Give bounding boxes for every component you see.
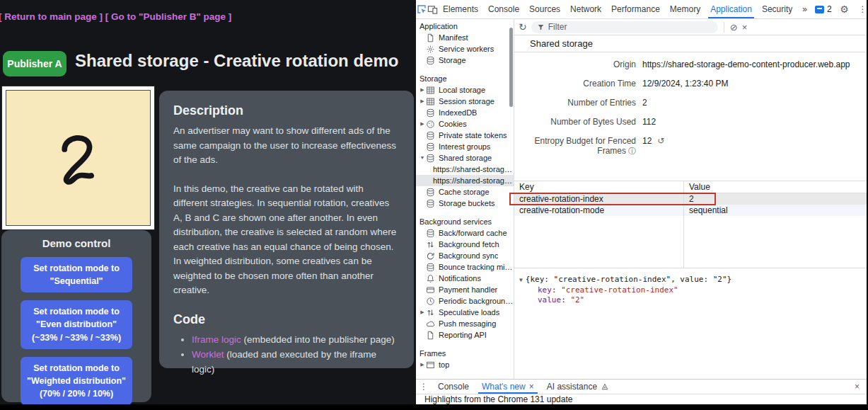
chevron-right-icon[interactable]: ▶ [419,84,426,96]
sidebar-item-label: Session storage [439,96,494,107]
tab-memory[interactable]: Memory [665,0,705,18]
table-row[interactable]: creative-rotation-index2 [514,193,867,205]
sidebar-item-label: https://shared-storage… [433,164,514,175]
code-link-worklet[interactable]: Worklet [192,349,224,360]
description-paragraph-2: In this demo, the creative can be rotate… [173,182,400,298]
sidebar-item-manifest[interactable]: Manifest [416,32,514,43]
tab-elements[interactable]: Elements [438,0,483,18]
bottom-black-strip [0,404,868,410]
preview-entry-line: key: "creative-rotation-index" [519,285,867,295]
chevron-down-icon[interactable]: ▼ [419,152,426,164]
sidebar-item-service-workers[interactable]: Service workers [416,43,514,55]
sidebar-item-storage-buckets[interactable]: Storage buckets [416,198,514,209]
report-field-row: Number of Bytes Used112 [514,117,867,127]
sidebar-item-interest-groups[interactable]: Interest groups [416,141,514,152]
sidebar-scrollbar-thumb[interactable] [509,28,513,107]
whats-new-content[interactable]: Highlights from the Chrome 131 update [416,394,867,405]
drawer-close-icon[interactable]: × [847,380,867,394]
report-field-value-text: 112 [642,117,656,127]
sidebar-item-label: Interest groups [439,141,490,152]
info-icon[interactable]: ⓘ [628,147,636,155]
settings-gear-icon[interactable]: ⚙ [836,4,853,15]
drawer-menu-kebab-icon[interactable]: ⋮ [416,380,432,394]
issues-counter[interactable]: 2 [812,4,835,14]
set-rotation-mode-button-2[interactable]: Set rotation mode to "Weighted distribut… [21,357,132,405]
sidebar-item-shared-storage[interactable]: ▼Shared storage [416,152,514,164]
sidebar-item-indexeddb[interactable]: IndexedDB [416,107,514,118]
sidebar-section-header: Background services [416,216,514,227]
sidebar-item-label: Background fetch [439,239,499,250]
tab-network[interactable]: Network [565,0,606,18]
sidebar-item-push-messaging[interactable]: Push messaging [416,318,514,329]
publisher-b-link[interactable]: [ Go to "Publisher B" page ] [105,11,232,22]
sidebar-item-label: Notifications [439,273,481,284]
sidebar-item-back-forward-cache[interactable]: Back/forward cache [416,227,514,239]
delete-selected-icon[interactable]: × [742,23,748,32]
sidebar-item-background-sync[interactable]: Background sync [416,250,514,261]
sidebar-item-cache-storage[interactable]: Cache storage [416,186,514,198]
sidebar-item-session-storage[interactable]: ▶Session storage [416,96,514,107]
report-field-label: Number of Bytes Used [514,117,636,127]
sidebar-item-storage[interactable]: Storage [416,55,514,66]
report-field-value-text: https://shared-storage-demo-content-prod… [642,59,850,69]
sidebar-item-local-storage[interactable]: ▶Local storage [416,84,514,96]
sidebar-item-label: Bounce tracking miti… [439,261,514,273]
sidebar-item-label: Background sync [439,250,498,261]
sidebar-item-notifications[interactable]: Notifications [416,273,514,284]
devtools-drawer: ⋮ ConsoleWhat's new×AI assistance × High… [416,379,867,405]
sidebar-item-label: Reporting API [439,329,487,341]
clear-all-icon[interactable]: ⊘ [730,23,738,32]
chevron-right-icon[interactable]: ▶ [419,307,426,318]
chevron-right-icon[interactable]: ▶ [419,118,426,130]
sidebar-item-top[interactable]: ▶top [416,359,514,370]
device-toolbar-icon[interactable] [427,0,438,18]
reset-budget-icon[interactable]: ↺ [657,136,664,146]
payment-icon [426,285,435,295]
tab-sources[interactable]: Sources [524,0,565,18]
table-cell-key: creative-rotation-mode [514,205,683,216]
drawer-tab-what-s-new[interactable]: What's new× [475,380,540,394]
preview-summary-line[interactable]: ▼{key: "creative-rotation-index", value:… [519,275,867,285]
cloud-icon [426,319,435,329]
table-cell-value: sequential [683,205,867,216]
sidebar-item-periodic-backgroun[interactable]: Periodic backgroun… [416,295,514,307]
tab-security[interactable]: Security [757,0,797,18]
set-rotation-mode-button-0[interactable]: Set rotation mode to "Sequential" [21,257,132,292]
table-header-row: Key Value [514,181,867,193]
return-main-link[interactable]: [ Return to main page ] [0,11,103,22]
column-header-value[interactable]: Value [683,181,867,193]
tab-application[interactable]: Application [705,0,757,18]
sidebar-item-private-state-tokens[interactable]: Private state tokens [416,130,514,141]
sidebar-item-bounce-tracking-miti[interactable]: Bounce tracking miti… [416,261,514,273]
filter-input[interactable]: Filter [531,21,718,33]
sidebar-item-speculative-loads[interactable]: ▶Speculative loads [416,307,514,318]
table-empty-area [514,216,867,268]
tab-console[interactable]: Console [483,0,524,18]
report-field-label: Origin [514,59,636,69]
drawer-tab-console[interactable]: Console [432,380,475,394]
tab-performance[interactable]: Performance [606,0,665,18]
sidebar-item-label: Storage buckets [439,198,495,209]
code-link-iframe-logic[interactable]: Iframe logic [192,334,241,345]
document-icon [426,33,435,42]
sidebar-item-cookies[interactable]: ▶Cookies [416,118,514,130]
column-header-key[interactable]: Key [514,181,683,193]
bell-icon [426,274,435,283]
sidebar-item-reporting-api[interactable]: Reporting API [416,329,514,341]
issues-icon [815,6,824,13]
tab-close-icon[interactable]: × [529,382,534,392]
set-rotation-mode-button-1[interactable]: Set rotation mode to "Even distribution"… [21,300,132,348]
chevron-right-icon[interactable]: ▶ [419,359,426,370]
drawer-tab-ai-assistance[interactable]: AI assistance [540,380,615,394]
table-row[interactable]: creative-rotation-modesequential [514,205,867,216]
inspect-element-icon[interactable] [416,0,427,18]
refresh-icon[interactable]: ↻ [519,22,527,32]
more-tabs-button[interactable]: » [797,0,812,18]
creative-ad-frame [1,86,155,230]
sidebar-item-https-shared-storage[interactable]: https://shared-storage… [416,175,514,186]
expand-triangle-icon[interactable]: ▼ [519,277,523,283]
sidebar-item-https-shared-storage[interactable]: https://shared-storage… [416,164,514,175]
sidebar-item-background-fetch[interactable]: Background fetch [416,239,514,250]
sidebar-item-payment-handler[interactable]: Payment handler [416,284,514,295]
chevron-right-icon[interactable]: ▶ [419,96,426,107]
